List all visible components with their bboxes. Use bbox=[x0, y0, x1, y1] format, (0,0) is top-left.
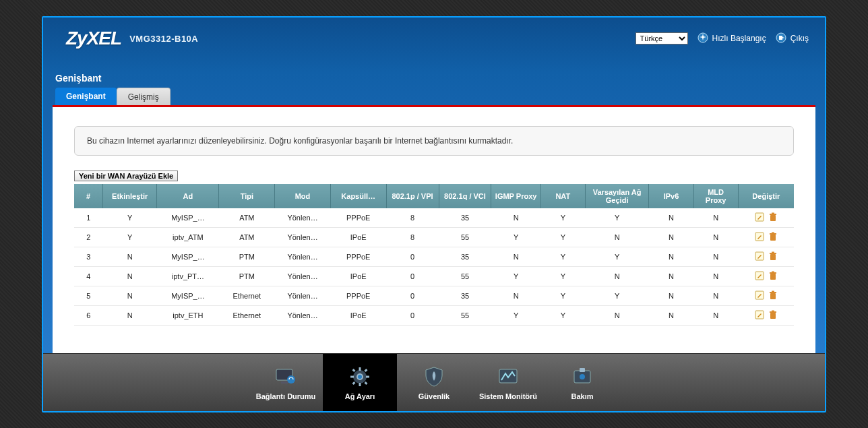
cell-mode: Yönlen… bbox=[275, 286, 331, 306]
cell-type: PTM bbox=[219, 247, 275, 267]
add-wan-button[interactable]: Yeni bir WAN Arayüzü Ekle bbox=[74, 171, 178, 181]
cell-encap: IPoE bbox=[330, 228, 386, 247]
quick-start-label: Hızlı Başlangıç bbox=[712, 34, 766, 43]
logout-link[interactable]: Çıkış bbox=[776, 32, 809, 45]
cell-nat: Y bbox=[540, 208, 585, 228]
cell-actions bbox=[738, 267, 794, 286]
delete-icon[interactable] bbox=[768, 232, 778, 241]
col-vci: 802.1q / VCI bbox=[439, 184, 491, 208]
logout-icon bbox=[776, 32, 786, 45]
svg-rect-32 bbox=[359, 383, 361, 386]
edit-icon[interactable] bbox=[755, 212, 764, 222]
tabs-row: Genişbant Gelişmiş bbox=[53, 88, 815, 105]
cell-encap: IPoE bbox=[330, 306, 386, 326]
cell-nat: Y bbox=[540, 267, 585, 286]
cell-mode: Yönlen… bbox=[275, 247, 331, 267]
cell-enable: N bbox=[103, 247, 157, 267]
cell-ipv6: N bbox=[649, 228, 693, 247]
nav-label: Bağlantı Durumu bbox=[256, 392, 316, 400]
cell-idx: 2 bbox=[74, 228, 103, 247]
cell-idx: 4 bbox=[74, 267, 103, 286]
table-row: 5NMyISP_…EthernetYönlen…PPPoE035NYYNN bbox=[74, 286, 794, 306]
edit-icon[interactable] bbox=[755, 271, 764, 280]
cell-idx: 1 bbox=[74, 208, 103, 228]
cell-vpi: 8 bbox=[386, 208, 439, 228]
svg-point-39 bbox=[358, 375, 362, 379]
quick-start-link[interactable]: Hızlı Başlangıç bbox=[698, 32, 766, 45]
svg-rect-11 bbox=[770, 254, 776, 260]
cell-ipv6: N bbox=[649, 247, 693, 267]
monitor-icon bbox=[274, 365, 297, 388]
cell-mld: N bbox=[693, 208, 738, 228]
wan-table: # Etkinleştir Ad Tipi Mod Kapsüll… 802.1… bbox=[74, 184, 794, 326]
cell-vci: 55 bbox=[439, 267, 491, 286]
edit-icon[interactable] bbox=[755, 251, 764, 261]
model-label: VMG3312-B10A bbox=[129, 34, 198, 44]
cell-igmp: Y bbox=[491, 267, 540, 286]
cell-nat: Y bbox=[540, 247, 585, 267]
cell-idx: 5 bbox=[74, 286, 103, 306]
tab-genisbant[interactable]: Genişbant bbox=[55, 88, 117, 105]
nav-label: Bakım bbox=[571, 392, 593, 400]
cell-igmp: Y bbox=[491, 228, 540, 247]
svg-rect-23 bbox=[770, 313, 776, 319]
nav-security[interactable]: Güvenlik bbox=[397, 354, 471, 411]
nav-label: Sistem Monitörü bbox=[479, 392, 537, 400]
wan-table-head: # Etkinleştir Ad Tipi Mod Kapsüll… 802.1… bbox=[74, 184, 794, 208]
nav-system-monitor[interactable]: Sistem Monitörü bbox=[471, 354, 545, 411]
cell-name: iptv_ETH bbox=[157, 306, 219, 326]
content-scroll[interactable]: Genişbant Genişbant Gelişmiş Bu cihazın … bbox=[53, 59, 815, 353]
description-box: Bu cihazın Internet ayarlarınızı düzenle… bbox=[74, 126, 794, 156]
cell-igmp: Y bbox=[491, 306, 540, 326]
cell-actions bbox=[738, 228, 794, 247]
chart-icon bbox=[497, 365, 520, 388]
table-row: 4Niptv_PT…PTMYönlen…IPoE055YYNNN bbox=[74, 267, 794, 286]
cell-ipv6: N bbox=[649, 286, 693, 306]
cell-actions bbox=[738, 208, 794, 228]
cell-encap: PPPoE bbox=[330, 208, 386, 228]
delete-icon[interactable] bbox=[768, 271, 778, 280]
delete-icon[interactable] bbox=[768, 251, 778, 261]
svg-rect-27 bbox=[281, 381, 288, 384]
cell-mode: Yönlen… bbox=[275, 228, 331, 247]
delete-icon[interactable] bbox=[768, 212, 778, 222]
app-window: ZyXEL VMG3312-B10A Türkçe Hızlı Başlangı… bbox=[42, 16, 826, 412]
bottom-nav: Bağlantı Durumu Ağ Ayarı Güvenlik Sistem… bbox=[43, 353, 825, 411]
svg-rect-7 bbox=[770, 235, 776, 241]
nav-connection-status[interactable]: Bağlantı Durumu bbox=[249, 354, 323, 411]
col-vpi: 802.1p / VPI bbox=[386, 184, 439, 208]
col-type: Tipi bbox=[219, 184, 275, 208]
cell-vpi: 8 bbox=[386, 228, 439, 247]
cell-enable: N bbox=[103, 286, 157, 306]
col-gw: Varsayılan Ağ Geçidi bbox=[585, 184, 649, 208]
edit-icon[interactable] bbox=[755, 291, 764, 300]
cell-idx: 6 bbox=[74, 306, 103, 326]
col-modify: Değiştir bbox=[738, 184, 794, 208]
cell-nat: Y bbox=[540, 286, 585, 306]
topbar-right: Türkçe Hızlı Başlangıç Çıkış bbox=[636, 32, 809, 45]
cell-actions bbox=[738, 286, 794, 306]
cell-vci: 35 bbox=[439, 286, 491, 306]
svg-rect-38 bbox=[365, 381, 368, 385]
delete-icon[interactable] bbox=[768, 291, 778, 300]
cell-type: Ethernet bbox=[219, 286, 275, 306]
cell-gw: Y bbox=[585, 286, 649, 306]
svg-rect-3 bbox=[770, 215, 776, 221]
cell-mld: N bbox=[693, 267, 738, 286]
delete-icon[interactable] bbox=[768, 310, 778, 319]
tab-gelismis[interactable]: Gelişmiş bbox=[117, 88, 170, 105]
cell-vci: 35 bbox=[439, 247, 491, 267]
cell-vpi: 0 bbox=[386, 286, 439, 306]
cell-encap: IPoE bbox=[330, 267, 386, 286]
edit-icon[interactable] bbox=[755, 232, 764, 241]
edit-icon[interactable] bbox=[755, 310, 764, 319]
cell-name: iptv_ATM bbox=[157, 228, 219, 247]
language-select[interactable]: Türkçe bbox=[636, 32, 688, 44]
svg-rect-35 bbox=[352, 369, 356, 372]
col-name: Ad bbox=[157, 184, 219, 208]
nav-network-settings[interactable]: Ağ Ayarı bbox=[323, 354, 397, 411]
nav-maintenance[interactable]: Bakım bbox=[545, 354, 619, 411]
wan-table-body: 1YMyISP_…ATMYönlen…PPPoE835NYYNN2Yiptv_A… bbox=[74, 208, 794, 326]
col-enable: Etkinleştir bbox=[103, 184, 157, 208]
cell-mld: N bbox=[693, 228, 738, 247]
